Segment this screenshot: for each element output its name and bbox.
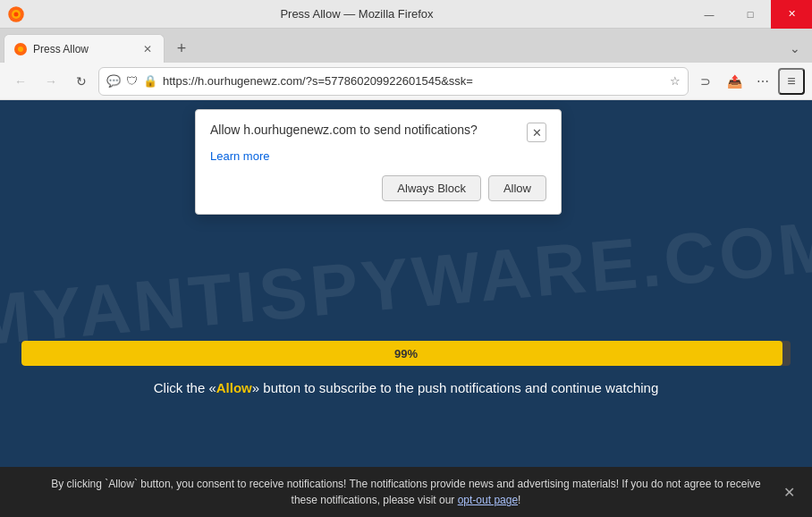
titlebar: Press Allow — Mozilla Firefox — □ ✕ <box>0 0 812 29</box>
progress-label: 99% <box>394 347 418 360</box>
tabbar: Press Allow ✕ + ⌄ <box>0 29 812 63</box>
progress-bar-container: 99% <box>21 341 791 366</box>
navbar: ← → ↻ 💬 🛡 🔒 https://h.ourhugenewz.com/?s… <box>0 63 812 100</box>
notification-permission-icon: 💬 <box>106 74 121 88</box>
minimize-button[interactable]: — <box>689 0 730 29</box>
popup-title: Allow h.ourhugenewz.com to send notifica… <box>210 123 527 137</box>
learn-more-link[interactable]: Learn more <box>210 149 546 163</box>
new-tab-button[interactable]: + <box>168 36 195 61</box>
bottom-bar-text: By clicking `Allow` button, you consent … <box>36 476 776 508</box>
shield-icon: 🛡 <box>126 74 138 88</box>
restore-button[interactable]: □ <box>730 0 771 29</box>
tab-favicon <box>13 42 28 56</box>
bottom-bar-text-line2: these notifications, please visit our op… <box>292 494 521 506</box>
close-button[interactable]: ✕ <box>771 0 812 29</box>
popup-close-button[interactable]: ✕ <box>527 123 546 142</box>
always-block-button[interactable]: Always Block <box>382 175 481 201</box>
add-to-toolbar-button[interactable]: 📤 <box>721 68 748 95</box>
popup-buttons: Always Block Allow <box>210 175 546 201</box>
svg-point-4 <box>18 47 23 52</box>
browser-tab[interactable]: Press Allow ✕ <box>4 34 165 63</box>
extensions-button[interactable]: ⋯ <box>749 68 776 95</box>
svg-point-2 <box>14 12 19 16</box>
progress-section: 99% Click the «Allow» button to subscrib… <box>0 341 812 395</box>
titlebar-title: Press Allow — Mozilla Firefox <box>25 7 689 21</box>
notification-popup: Allow h.ourhugenewz.com to send notifica… <box>195 109 562 215</box>
firefox-sync-button[interactable]: ⊃ <box>692 68 719 95</box>
popup-header: Allow h.ourhugenewz.com to send notifica… <box>210 123 546 142</box>
lock-icon: 🔒 <box>143 74 157 88</box>
browser-content: MYANTISPYWARE.COM Allow h.ourhugenewz.co… <box>0 100 812 467</box>
titlebar-buttons: — □ ✕ <box>689 0 812 29</box>
back-button[interactable]: ← <box>7 68 34 95</box>
menu-button[interactable]: ≡ <box>778 68 805 95</box>
tab-dropdown-button[interactable]: ⌄ <box>782 34 808 63</box>
subscribe-text: Click the «Allow» button to subscribe to… <box>154 380 659 395</box>
firefox-logo <box>7 5 25 23</box>
tab-title: Press Allow <box>33 43 135 55</box>
forward-button[interactable]: → <box>38 68 64 95</box>
allow-button[interactable]: Allow <box>488 175 546 201</box>
tab-close-button[interactable]: ✕ <box>140 42 155 56</box>
nav-extra-buttons: ⊃ 📤 ⋯ ≡ <box>692 68 805 95</box>
bottom-bar: By clicking `Allow` button, you consent … <box>0 467 812 517</box>
reload-button[interactable]: ↻ <box>68 68 95 95</box>
titlebar-left <box>7 5 25 23</box>
url-bar[interactable]: 💬 🛡 🔒 https://h.ourhugenewz.com/?s=57786… <box>98 67 689 96</box>
allow-highlight-text: Allow <box>216 380 252 395</box>
bookmark-star-icon[interactable]: ☆ <box>670 74 681 88</box>
url-text: https://h.ourhugenewz.com/?s=57786020992… <box>163 74 664 88</box>
bottom-bar-close-button[interactable]: ✕ <box>780 483 798 501</box>
opt-out-link[interactable]: opt-out page <box>458 494 518 506</box>
bottom-bar-text-line1: By clicking `Allow` button, you consent … <box>51 478 761 490</box>
